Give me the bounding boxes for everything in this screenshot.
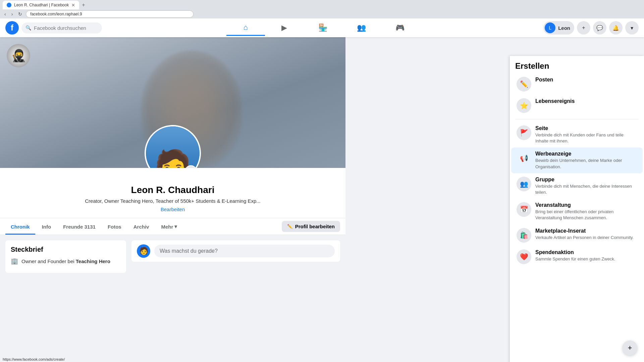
chevron-icon: ▾ xyxy=(174,224,177,230)
dropdown-item-veranstaltung[interactable]: 📅 Veranstaltung Bring bei einer öffentli… xyxy=(511,199,643,224)
steckbrief-card: Steckbrief 🏢 Owner and Founder bei Teach… xyxy=(5,240,126,273)
tab-fotos[interactable]: Fotos xyxy=(102,219,127,235)
posten-icon: ✏️ xyxy=(517,77,531,92)
logo-letter: f xyxy=(11,23,13,33)
notifications-button[interactable]: 🔔 xyxy=(609,21,623,35)
nav-home[interactable]: ⌂ xyxy=(226,20,265,36)
dropdown-item-posten[interactable]: ✏️ Posten xyxy=(511,73,643,95)
search-input[interactable] xyxy=(34,25,98,31)
nav-gaming[interactable]: 🎮 xyxy=(381,20,419,36)
bell-icon: 🔔 xyxy=(612,25,619,31)
post-box: 🧑 Was machst du gerade? xyxy=(131,240,340,262)
account-menu-button[interactable]: ▾ xyxy=(625,21,639,35)
company-link[interactable]: Teaching Hero xyxy=(76,258,110,264)
edit-icon: ✏️ xyxy=(287,224,292,229)
steckbrief-item-job: 🏢 Owner and Founder bei Teaching Hero xyxy=(11,257,121,265)
header-profile-name: Leon xyxy=(558,25,570,31)
tab-info[interactable]: Info xyxy=(37,219,57,235)
nav-friends[interactable]: 👥 xyxy=(342,20,381,36)
facebook-header: f 🔍 ⌂ ▶ 🏪 👥 🎮 L Leon + 💬 🔔 ▾ xyxy=(0,18,644,37)
dropdown-item-werbeanzeige[interactable]: 📢 Werbeanzeige Bewirb dein Unternehmen, … xyxy=(511,147,643,173)
spendenaktion-text: Spendenaktion Sammle Spenden für einen g… xyxy=(535,249,615,262)
right-column: 🧑 Was machst du gerade? xyxy=(131,240,340,273)
profile-name: Leon R. Chaudhari xyxy=(0,185,345,195)
post-input[interactable]: Was machst du gerade? xyxy=(154,245,335,257)
tab-mehr[interactable]: Mehr ▾ xyxy=(156,218,182,235)
facebook-logo[interactable]: f xyxy=(5,21,19,35)
header-avatar: L xyxy=(545,22,555,33)
nav-marketplace[interactable]: 🏪 xyxy=(304,20,342,36)
left-column: Steckbrief 🏢 Owner and Founder bei Teach… xyxy=(5,240,126,273)
spendenaktion-sublabel: Sammle Spenden für einen guten Zweck. xyxy=(535,256,615,262)
marketplace-sublabel: Verkaufe Artikel an Personen in deiner C… xyxy=(535,235,634,241)
back-button[interactable]: ‹ xyxy=(3,11,8,17)
post-avatar-icon: 🧑 xyxy=(139,247,148,255)
tab-title: Leon R. Chaudhari | Facebook xyxy=(14,3,69,7)
forward-button[interactable]: › xyxy=(10,11,15,17)
active-tab[interactable]: Leon R. Chaudhari | Facebook ✕ xyxy=(3,1,79,9)
steckbrief-title: Steckbrief xyxy=(11,246,121,253)
posten-label: Posten xyxy=(535,77,553,83)
main-nav: ⌂ ▶ 🏪 👥 🎮 xyxy=(102,20,543,36)
edit-profile-button[interactable]: ✏️ Profil bearbeiten xyxy=(282,221,340,232)
spendenaktion-label: Spendenaktion xyxy=(535,249,615,255)
gruppe-label: Gruppe xyxy=(535,177,637,183)
profile-edit-link[interactable]: Bearbeiten xyxy=(161,206,185,212)
spendenaktion-icon: ❤️ xyxy=(517,249,531,264)
dropdown-item-gruppe[interactable]: 👥 Gruppe Verbinde dich mit Menschen, die… xyxy=(511,173,643,199)
lebensereignis-label: Lebensereignis xyxy=(535,98,575,104)
cover-photo: 🥷 🧑 📷 xyxy=(0,37,345,168)
dropdown-item-seite[interactable]: 🚩 Seite Verbinde dich mit Kunden oder Fa… xyxy=(511,122,643,147)
header-right: L Leon + 💬 🔔 ▾ xyxy=(543,21,639,35)
veranstaltung-text: Veranstaltung Bring bei einer öffentlich… xyxy=(535,202,637,221)
profile-info-section: Leon R. Chaudhari Creator, Owner Teachin… xyxy=(0,168,345,218)
avatar-illustration: 🧑 xyxy=(146,126,200,168)
profile-bio: Creator, Owner Teaching Hero, Teacher of… xyxy=(0,198,345,204)
tab-favicon xyxy=(7,3,11,7)
fab-button[interactable]: + xyxy=(623,341,637,355)
gruppe-text: Gruppe Verbinde dich mit Menschen, die d… xyxy=(535,177,637,195)
main-content: 🥷 🧑 📷 Leon R. Chaudhari Creator, Owner T… xyxy=(0,37,644,362)
veranstaltung-icon: 📅 xyxy=(517,202,531,217)
nav-video[interactable]: ▶ xyxy=(265,20,304,36)
posten-text: Posten xyxy=(535,77,553,83)
seite-icon: 🚩 xyxy=(517,125,531,140)
dropdown-item-marketplace[interactable]: 🛍️ Marketplace-Inserat Verkaufe Artikel … xyxy=(511,225,643,246)
tab-close-btn[interactable]: ✕ xyxy=(71,3,75,8)
marketplace-label: Marketplace-Inserat xyxy=(535,228,634,234)
profile-button[interactable]: L Leon xyxy=(543,21,574,35)
edit-profile-label: Profil bearbeiten xyxy=(295,224,335,229)
dropdown-item-spendenaktion[interactable]: ❤️ Spendenaktion Sammle Spenden für eine… xyxy=(511,246,643,267)
messenger-button[interactable]: 💬 xyxy=(593,21,606,35)
search-icon: 🔍 xyxy=(25,25,31,31)
tab-freunde[interactable]: Freunde 3131 xyxy=(58,219,101,235)
gruppe-sublabel: Verbinde dich mit Menschen, die deine In… xyxy=(535,183,637,195)
marketplace-icon: 🛍️ xyxy=(517,228,531,243)
gruppe-icon: 👥 xyxy=(517,177,531,191)
lebensereignis-text: Lebensereignis xyxy=(535,98,575,104)
profile-area: 🥷 🧑 📷 Leon R. Chaudhari Creator, Owner T… xyxy=(0,37,345,362)
logo-emoji: 🥷 xyxy=(11,49,26,63)
seite-label: Seite xyxy=(535,125,637,131)
reload-button[interactable]: ↻ xyxy=(16,11,24,17)
werbeanzeige-label: Werbeanzeige xyxy=(535,151,637,157)
werbeanzeige-icon: 📢 xyxy=(517,151,531,166)
lebensereignis-icon: ⭐ xyxy=(517,98,531,113)
status-url: https://www.facebook.com/ads/create/ xyxy=(3,357,65,361)
new-tab-button[interactable]: + xyxy=(79,1,88,9)
tab-chronik[interactable]: Chronik xyxy=(5,219,35,235)
search-bar[interactable]: 🔍 xyxy=(21,22,102,34)
avatar-face: 🧑 xyxy=(154,148,192,168)
post-avatar: 🧑 xyxy=(137,244,150,258)
job-icon: 🏢 xyxy=(11,257,18,265)
create-button[interactable]: + xyxy=(577,21,590,35)
job-text: Owner and Founder bei Teaching Hero xyxy=(21,258,110,264)
profile-avatar-container: 🧑 📷 xyxy=(145,125,201,168)
marketplace-text: Marketplace-Inserat Verkaufe Artikel an … xyxy=(535,228,634,241)
tab-archiv[interactable]: Archiv xyxy=(128,219,155,235)
chevron-down-icon: ▾ xyxy=(631,25,633,31)
address-bar[interactable]: facebook.com/leon.raphael.9 xyxy=(26,10,194,18)
small-avatar-logo: 🥷 xyxy=(7,44,30,67)
create-dropdown: Erstellen ✏️ Posten ⭐ Lebensereignis 🚩 S… xyxy=(510,56,644,362)
dropdown-item-lebensereignis[interactable]: ⭐ Lebensereignis xyxy=(511,95,643,116)
